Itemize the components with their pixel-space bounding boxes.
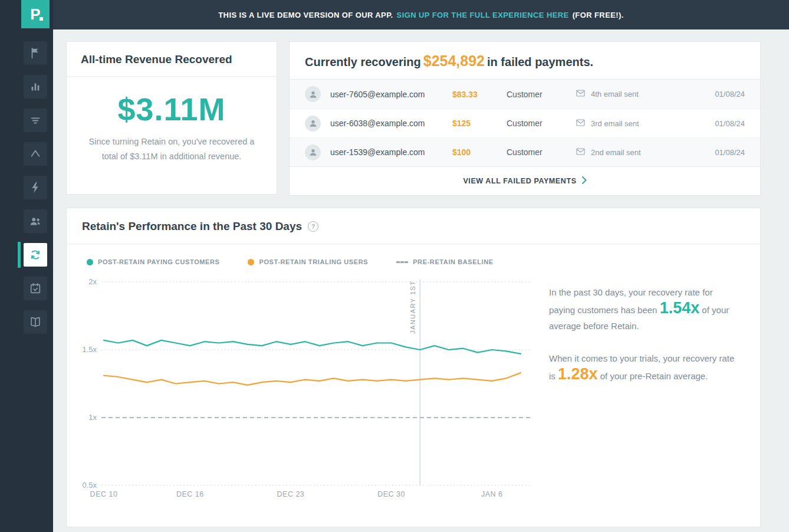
content: All-time Revenue Recovered $3.11M Since … — [53, 29, 789, 532]
revenue-amount: $3.11M — [81, 91, 262, 127]
performance-header: Retain's Performance in the Past 30 Days… — [67, 208, 760, 244]
payment-user: user-1539@example.com — [305, 145, 452, 160]
svg-text:1.5x: 1.5x — [82, 345, 97, 354]
summary-paying: In the past 30 days, your recovery rate … — [549, 284, 738, 334]
view-all-failed-payments-button[interactable]: VIEW ALL FAILED PAYMENTS — [290, 166, 760, 195]
view-all-label: VIEW ALL FAILED PAYMENTS — [463, 177, 576, 185]
payment-date: 01/08/24 — [701, 148, 745, 157]
envelope-icon — [576, 148, 585, 157]
performance-card: Retain's Performance in the Past 30 Days… — [66, 208, 761, 527]
svg-text:1x: 1x — [88, 413, 97, 422]
revenue-card-title: All-time Revenue Recovered — [81, 53, 262, 66]
payment-status: 4th email sent — [576, 90, 701, 98]
lightning-icon — [29, 181, 42, 194]
payment-email: user-6038@example.com — [330, 119, 425, 128]
payment-row[interactable]: user-6038@example.com $125 Customer 3rd … — [290, 109, 760, 137]
calendar-check-icon — [29, 282, 42, 295]
revenue-description: Since turning Retain on, you've recovere… — [81, 134, 262, 165]
payment-status-text: 4th email sent — [591, 90, 639, 98]
payment-status-text: 2nd email sent — [591, 148, 641, 157]
people-icon — [29, 215, 42, 228]
performance-title: Retain's Performance in the Past 30 Days — [82, 220, 302, 233]
help-icon[interactable]: ? — [308, 221, 318, 232]
recovery-rate-paying: 1.54x — [660, 299, 700, 317]
trend-peak-icon — [29, 147, 42, 160]
svg-text:JAN 6: JAN 6 — [481, 490, 503, 498]
performance-summary: In the past 30 days, your recovery rate … — [543, 268, 738, 504]
signup-link[interactable]: SIGN UP FOR THE FULL EXPERIENCE HERE — [397, 11, 569, 19]
payment-date: 01/08/24 — [701, 90, 745, 98]
legend-item-paying[interactable]: POST-RETAIN PAYING CUSTOMERS — [87, 258, 219, 265]
sidebar-item-retain[interactable] — [24, 243, 47, 267]
chart-legend: POST-RETAIN PAYING CUSTOMERS POST-RETAIN… — [67, 244, 760, 268]
failed-payments-card: Currently recovering$254,892in failed pa… — [289, 41, 761, 196]
legend-label: POST-RETAIN TRIALING USERS — [259, 258, 368, 265]
banner-text-before: THIS IS A LIVE DEMO VERSION OF OUR APP. — [218, 11, 393, 19]
chart-area: 2x1.5x1x0.5xJANUARY 1STDEC 10DEC 16DEC 2… — [67, 268, 760, 504]
retain-sync-icon — [29, 248, 42, 261]
chevron-right-icon — [582, 176, 587, 186]
performance-chart: 2x1.5x1x0.5xJANUARY 1STDEC 10DEC 16DEC 2… — [71, 268, 543, 504]
user-avatar-icon — [305, 86, 321, 102]
revenue-card-header: All-time Revenue Recovered — [67, 42, 277, 77]
sidebar-nav — [0, 41, 53, 334]
sidebar: P — [0, 0, 53, 532]
main-area: THIS IS A LIVE DEMO VERSION OF OUR APP. … — [53, 0, 789, 532]
sidebar-item-lightning[interactable] — [24, 176, 47, 199]
svg-text:DEC 23: DEC 23 — [277, 490, 305, 498]
sidebar-item-calendar[interactable] — [24, 277, 47, 300]
svg-text:DEC 16: DEC 16 — [176, 490, 204, 498]
payment-status: 3rd email sent — [576, 119, 701, 128]
payment-type: Customer — [507, 119, 576, 128]
legend-dash-gray — [396, 261, 408, 263]
legend-dot-orange — [248, 259, 254, 265]
demo-banner: THIS IS A LIVE DEMO VERSION OF OUR APP. … — [53, 0, 789, 29]
recovering-title-suffix: in failed payments. — [487, 55, 593, 68]
sidebar-item-flag[interactable] — [24, 41, 47, 65]
legend-item-baseline[interactable]: PRE-RETAIN BASELINE — [396, 258, 493, 265]
payment-type: Customer — [507, 90, 576, 99]
payment-row[interactable]: user-7605@example.com $83.33 Customer 4t… — [290, 80, 760, 109]
legend-dot-teal — [87, 259, 93, 265]
legend-item-trialing[interactable]: POST-RETAIN TRIALING USERS — [248, 258, 368, 265]
payment-status-text: 3rd email sent — [591, 119, 639, 128]
payment-email: user-7605@example.com — [330, 90, 425, 99]
sidebar-item-filter[interactable] — [24, 109, 47, 132]
legend-label: PRE-RETAIN BASELINE — [413, 258, 493, 265]
svg-text:2x: 2x — [88, 277, 97, 286]
payment-status: 2nd email sent — [576, 148, 701, 157]
svg-text:DEC 10: DEC 10 — [90, 490, 118, 498]
user-avatar-icon — [305, 145, 321, 160]
recovery-rate-trialing: 1.28x — [558, 365, 598, 383]
sidebar-item-bar-chart[interactable] — [24, 75, 47, 98]
payment-amount: $83.33 — [452, 90, 507, 99]
revenue-card: All-time Revenue Recovered $3.11M Since … — [66, 41, 277, 195]
payment-row[interactable]: user-1539@example.com $100 Customer 2nd … — [290, 137, 760, 166]
envelope-icon — [576, 90, 585, 98]
app-root: P — [0, 0, 789, 532]
failed-payments-header: Currently recovering$254,892in failed pa… — [290, 42, 760, 80]
banner-text-after: (FOR FREE!). — [573, 11, 624, 19]
envelope-icon — [576, 119, 585, 128]
svg-text:0.5x: 0.5x — [82, 481, 97, 490]
payment-email: user-1539@example.com — [330, 147, 425, 157]
sidebar-item-trend[interactable] — [24, 142, 47, 166]
user-avatar-icon — [305, 116, 321, 132]
recovering-title-prefix: Currently recovering — [305, 55, 421, 68]
payment-amount: $100 — [452, 147, 507, 157]
payment-user: user-7605@example.com — [305, 86, 452, 102]
legend-label: POST-RETAIN PAYING CUSTOMERS — [98, 258, 219, 265]
sidebar-item-book[interactable] — [24, 310, 47, 334]
payment-amount: $125 — [452, 119, 507, 128]
payment-date: 01/08/24 — [701, 119, 745, 128]
logo-dot — [40, 17, 43, 21]
flag-icon — [29, 47, 42, 60]
book-icon — [29, 316, 42, 329]
svg-text:DEC 30: DEC 30 — [377, 490, 405, 498]
recovering-amount: $254,892 — [423, 52, 485, 69]
app-logo[interactable]: P — [21, 0, 50, 28]
filter-icon — [29, 114, 42, 127]
payment-user: user-6038@example.com — [305, 116, 452, 132]
failed-payments-list: user-7605@example.com $83.33 Customer 4t… — [290, 80, 760, 166]
sidebar-item-people[interactable] — [24, 209, 47, 233]
